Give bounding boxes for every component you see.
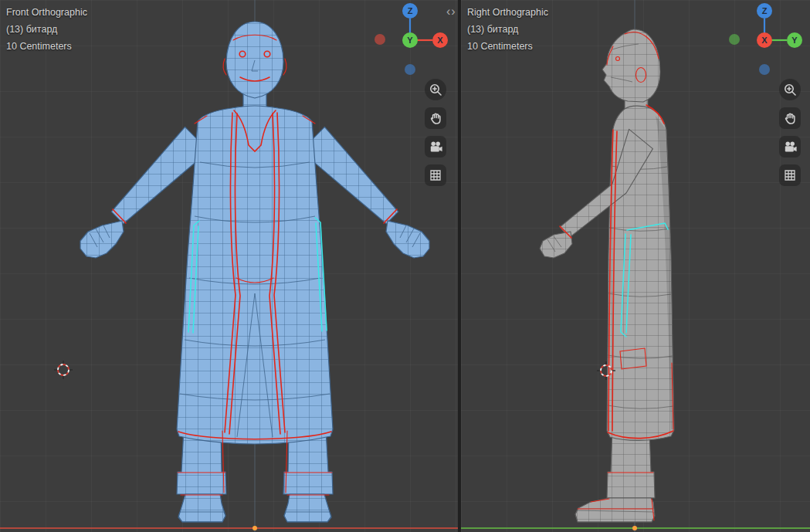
axis-ball-x[interactable]: X <box>757 32 772 48</box>
svg-text:Z: Z <box>762 6 768 15</box>
area-split-widget: ‹ › <box>446 5 456 19</box>
axis-ball-z[interactable]: Z <box>757 3 772 19</box>
axis-ball-z[interactable]: Z <box>402 3 418 19</box>
area-collapse-left-icon[interactable]: ‹ <box>446 5 450 19</box>
legs-mesh[interactable] <box>575 429 655 522</box>
navigation-gizmo[interactable]: Z Y X <box>371 2 449 79</box>
viewport-front[interactable]: Front Orthographic (13) битард 10 Centim… <box>0 0 458 532</box>
axis-ball-y[interactable]: Y <box>787 32 802 48</box>
cursor-3d <box>596 361 616 381</box>
axis-ball-negative-y[interactable] <box>729 34 740 45</box>
character-model-front[interactable] <box>0 0 458 532</box>
axis-ball-y[interactable]: Y <box>402 32 418 48</box>
view-label: Front Orthographic <box>6 4 87 21</box>
head-mesh[interactable] <box>602 29 660 102</box>
cursor-3d <box>53 360 73 380</box>
zoom-in-icon[interactable] <box>425 79 446 100</box>
head-mesh[interactable] <box>226 22 283 98</box>
axis-ball-negative-z[interactable] <box>759 64 770 75</box>
viewport-toolbar <box>425 79 446 186</box>
coat-mesh[interactable] <box>177 106 333 444</box>
collection-label: (13) битард <box>6 21 87 38</box>
area-collapse-right-icon[interactable]: › <box>451 5 455 19</box>
axis-ball-negative-x[interactable] <box>374 34 385 45</box>
object-origin-dot <box>252 526 257 530</box>
object-origin-dot <box>632 526 637 530</box>
viewport-right[interactable]: Right Orthographic (13) битард 10 Centim… <box>461 0 810 532</box>
viewport-toolbar <box>779 79 801 186</box>
camera-icon[interactable] <box>425 136 446 158</box>
svg-text:Z: Z <box>408 6 413 15</box>
svg-text:X: X <box>437 36 443 45</box>
navigation-gizmo[interactable]: Z X Y <box>726 2 803 79</box>
grid-icon[interactable] <box>425 164 446 186</box>
hand-icon[interactable] <box>779 107 801 129</box>
svg-text:X: X <box>761 36 768 45</box>
axis-ball-x[interactable]: X <box>432 32 448 48</box>
hand-icon[interactable] <box>425 107 446 129</box>
scale-label: 10 Centimeters <box>467 38 548 55</box>
scale-label: 10 Centimeters <box>6 38 87 55</box>
character-model-side[interactable] <box>461 0 810 532</box>
axis-ball-negative-z[interactable] <box>405 64 415 75</box>
grid-icon[interactable] <box>779 164 801 186</box>
camera-icon[interactable] <box>779 136 801 158</box>
zoom-in-icon[interactable] <box>779 79 801 100</box>
collection-label: (13) битард <box>467 21 548 38</box>
viewport-header: Right Orthographic (13) битард 10 Centim… <box>467 4 548 55</box>
view-label: Right Orthographic <box>467 4 548 21</box>
svg-text:Y: Y <box>791 36 798 45</box>
svg-text:Y: Y <box>407 36 413 45</box>
blender-window: Front Orthographic (13) битард 10 Centim… <box>0 0 810 532</box>
viewport-header: Front Orthographic (13) битард 10 Centim… <box>6 4 87 55</box>
